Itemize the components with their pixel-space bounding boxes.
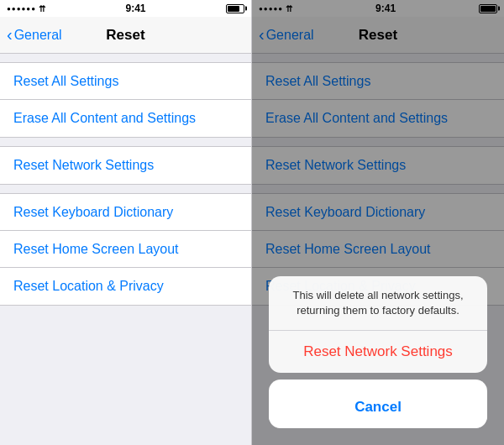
list-group-3-left: Reset Keyboard Dictionary Reset Home Scr… [0,193,251,306]
dialog-container: This will delete all network settings, r… [269,276,487,428]
wifi-icon: ⇈ [39,4,45,13]
reset-home-screen-left[interactable]: Reset Home Screen Layout [0,231,251,268]
list-group-2-left: Reset Network Settings [0,146,251,185]
reset-location-left[interactable]: Reset Location & Privacy [0,268,251,305]
cancel-button[interactable]: Cancel [269,386,487,428]
back-label-left: General [14,28,62,43]
action-sheet: This will delete all network settings, r… [269,276,487,373]
reset-network-left[interactable]: Reset Network Settings [0,147,251,184]
reset-home-screen-label-left: Reset Home Screen Layout [13,242,179,257]
right-panel: ●●●●● ⇈ 9:41 ‹ General Reset Reset All S… [252,0,504,445]
reset-all-settings-left[interactable]: Reset All Settings [0,63,251,100]
erase-content-settings-label-left: Erase All Content and Settings [13,111,196,126]
erase-content-settings-left[interactable]: Erase All Content and Settings [0,100,251,137]
status-bar-left: ●●●●●● ⇈ 9:41 [0,0,251,17]
reset-all-settings-label-left: Reset All Settings [13,74,118,89]
status-right-left [226,4,244,13]
nav-title-left: Reset [106,27,144,44]
reset-keyboard-label-left: Reset Keyboard Dictionary [13,205,173,220]
list-group-1-left: Reset All Settings Erase All Content and… [0,62,251,138]
left-panel: ●●●●●● ⇈ 9:41 ‹ General Reset Reset All … [0,0,252,445]
signal-icon: ●●●●●● [7,5,36,13]
cancel-sheet: Cancel [269,380,487,428]
reset-keyboard-left[interactable]: Reset Keyboard Dictionary [0,194,251,231]
reset-network-label-left: Reset Network Settings [13,158,154,173]
status-left: ●●●●●● ⇈ [7,4,45,13]
battery-icon-left [226,4,244,13]
back-arrow-icon-left: ‹ [7,26,13,43]
dialog-message: This will delete all network settings, r… [269,276,487,331]
nav-bar-left: ‹ General Reset [0,17,251,54]
status-time-left: 9:41 [125,3,145,14]
dialog-overlay: This will delete all network settings, r… [252,0,504,445]
back-button-left[interactable]: ‹ General [7,27,62,43]
confirm-reset-button[interactable]: Reset Network Settings [269,331,487,373]
reset-location-label-left: Reset Location & Privacy [13,279,164,294]
